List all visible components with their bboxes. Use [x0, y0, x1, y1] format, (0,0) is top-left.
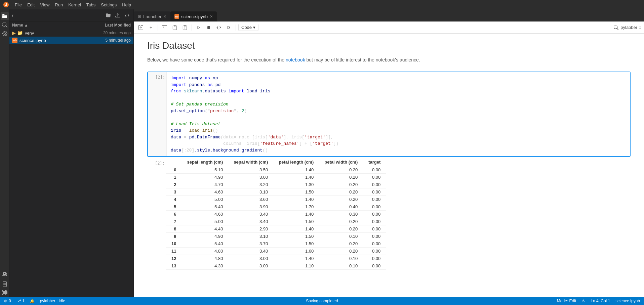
- status-bell: 🔔: [30, 299, 35, 303]
- add-cell-button[interactable]: [147, 23, 155, 32]
- tab-science-ipynb[interactable]: nb science.ipynb ✕: [170, 11, 217, 21]
- sidebar-icon-git[interactable]: [1, 270, 9, 278]
- notebook-area: ⊞ Launcher ✕ nb science.ipynb ✕: [134, 9, 644, 297]
- df-header-sepal-length: sepal length (cm): [182, 158, 228, 166]
- table-row: 114.803.401.600.200.00: [166, 248, 386, 255]
- table-row: 14.903.001.400.200.00: [166, 174, 386, 181]
- df-header-petal-width: petal width (cm): [319, 158, 363, 166]
- subtitle-notebook-link: notebook: [286, 57, 305, 62]
- menu-settings[interactable]: Settings: [98, 2, 119, 8]
- cell-type-dropdown[interactable]: Code ▾: [238, 24, 258, 31]
- tab-bar: ⊞ Launcher ✕ nb science.ipynb ✕: [134, 9, 644, 21]
- fast-forward-button[interactable]: [225, 23, 233, 32]
- save-button[interactable]: [136, 23, 145, 32]
- table-row: 105.403.701.500.200.00: [166, 240, 386, 248]
- notebook-file-icon: nb: [12, 38, 17, 43]
- app-logo: J: [3, 1, 9, 8]
- status-ln-col: Ln 4, Col 1: [591, 299, 610, 303]
- menu-run[interactable]: Run: [52, 2, 66, 8]
- status-branch: ⎇ 1: [16, 299, 25, 303]
- code-line-6: pd.set_option("precision", 2): [171, 108, 626, 115]
- code-line-5: # Set pandas precision: [171, 101, 626, 108]
- code-line-1: import numpy as np: [171, 75, 626, 82]
- cell-body[interactable]: import numpy as np import pandas as pd f…: [167, 72, 630, 156]
- toolbar-separator-2: [192, 25, 192, 31]
- table-row: 64.603.401.400.300.00: [166, 211, 386, 218]
- status-git: ⊕ 0: [4, 299, 11, 303]
- sidebar-icon-search[interactable]: [1, 21, 9, 29]
- menu-help[interactable]: Help: [119, 2, 134, 8]
- cut-cell-button[interactable]: [160, 23, 169, 32]
- copy-cell-button[interactable]: [170, 23, 179, 32]
- modified-column-header[interactable]: Last Modified: [105, 23, 131, 28]
- code-line-9: iris = load_iris(): [171, 127, 626, 134]
- run-cell-button[interactable]: [194, 23, 203, 32]
- kernel-status: pylabber ○: [620, 25, 641, 30]
- kernel-circle-indicator: ○: [639, 25, 641, 30]
- table-row: 34.603.101.500.200.00: [166, 188, 386, 196]
- sidebar-icon-pages[interactable]: [1, 280, 9, 288]
- venv-folder-icon: ▶ 📁: [12, 30, 23, 36]
- paste-cell-button[interactable]: [180, 23, 189, 32]
- code-line-3: from sklearn.datasets import load_iris: [171, 88, 626, 95]
- df-header-petal-length: petal length (cm): [273, 158, 319, 166]
- upload-button[interactable]: [114, 12, 121, 19]
- file-list: ▶ 📁 venv 20 minutes ago nb science.ipynb…: [9, 29, 133, 297]
- df-header-index: [166, 158, 182, 166]
- status-bar: ⊕ 0 ⎇ 1 🔔 pylabber | Idle Saving complet…: [0, 297, 644, 305]
- menu-edit[interactable]: Edit: [25, 2, 37, 8]
- file-panel-toolbar: /: [9, 9, 133, 21]
- toolbar-search-icon: [614, 25, 618, 30]
- name-column-header[interactable]: Name ▲: [12, 23, 28, 28]
- df-header-row: sepal length (cm) sepal width (cm) petal…: [166, 158, 386, 166]
- code-line-7: [171, 114, 626, 121]
- tab-launcher[interactable]: ⊞ Launcher ✕: [134, 11, 170, 21]
- toolbar-right: pylabber ○: [614, 25, 641, 30]
- restart-kernel-button[interactable]: [214, 23, 223, 32]
- cell-gutter-in: [2]:: [148, 72, 167, 156]
- code-line-4: [171, 95, 626, 101]
- svg-text:J: J: [5, 3, 7, 7]
- notebook-content: Iris Dataset Below, we have some code th…: [134, 34, 644, 297]
- menu-file[interactable]: File: [12, 2, 25, 8]
- close-launcher-tab[interactable]: ✕: [163, 14, 166, 19]
- table-row: 45.003.601.400.200.00: [166, 196, 386, 203]
- toolbar-separator-3: [236, 25, 236, 31]
- sidebar-icons: [0, 9, 9, 297]
- code-line-10: data = pd.DataFrame(data= np.c_[iris['da…: [171, 134, 626, 141]
- sidebar-icon-folder[interactable]: [1, 12, 9, 20]
- notebook-title: Iris Dataset: [147, 40, 631, 51]
- menu-view[interactable]: View: [37, 2, 52, 8]
- status-filename: science.ipynb: [615, 299, 640, 303]
- refresh-button[interactable]: [123, 12, 131, 19]
- toolbar-separator-1: [158, 25, 158, 31]
- menu-kernel[interactable]: Kernel: [66, 2, 84, 8]
- table-row: 134.303.001.100.100.00: [166, 262, 386, 270]
- df-table: sepal length (cm) sepal width (cm) petal…: [166, 158, 386, 270]
- stop-kernel-button[interactable]: [204, 23, 213, 32]
- code-cell-2[interactable]: [2]: import numpy as np import pandas as…: [147, 72, 631, 157]
- table-row: 124.803.001.400.100.00: [166, 255, 386, 262]
- menu-bar: J File Edit View Run Kernel Tabs Setting…: [0, 0, 644, 9]
- new-folder-button[interactable]: [105, 12, 112, 19]
- venv-modified-time: 20 minutes ago: [103, 31, 131, 35]
- dataframe-output: sepal length (cm) sepal width (cm) petal…: [166, 158, 386, 270]
- sidebar-icon-extensions[interactable]: [1, 289, 9, 297]
- close-notebook-tab[interactable]: ✕: [210, 14, 213, 19]
- status-warning: ⚠: [581, 299, 585, 303]
- status-kernel: pylabber | Idle: [40, 299, 65, 303]
- sidebar-icon-settings[interactable]: [1, 30, 9, 38]
- status-right-group: Mode: Edit ⚠ Ln 4, Col 1 science.ipynb: [557, 299, 640, 303]
- notebook-toolbar: Code ▾ pylabber ○: [134, 21, 644, 34]
- table-row: 05.103.501.400.200.00: [166, 166, 386, 174]
- notebook-subtitle: Below, we have some code that's required…: [147, 56, 631, 63]
- table-row: 75.003.401.500.200.00: [166, 218, 386, 225]
- file-item-venv[interactable]: ▶ 📁 venv 20 minutes ago: [9, 29, 133, 37]
- file-panel: / Name: [9, 9, 134, 297]
- current-path: /: [12, 13, 103, 18]
- code-line-8: # Load Iris dataset: [171, 121, 626, 128]
- code-line-11: columns= iris['feature_names'] + ['targe…: [171, 140, 626, 147]
- file-item-science-ipynb[interactable]: nb science.ipynb 5 minutes ago: [9, 37, 133, 44]
- table-row: 94.903.101.500.100.00: [166, 233, 386, 240]
- menu-tabs[interactable]: Tabs: [84, 2, 98, 8]
